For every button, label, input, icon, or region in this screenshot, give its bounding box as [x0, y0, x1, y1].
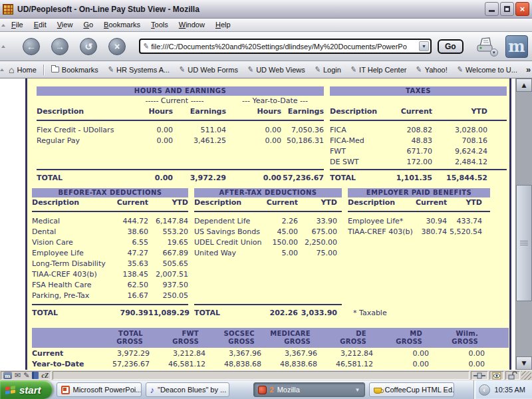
column-header-row: Description Current YTD	[348, 198, 490, 208]
table-row: Vision Care 6.55 19.65	[32, 237, 188, 248]
before-tax-header: BEFORE-TAX DEDUCTIONS	[32, 188, 188, 198]
mozilla-icon	[258, 386, 267, 394]
navigation-toolbar: ← → ↺ × ✎ file:///C:/Documents%20and%20S…	[0, 32, 532, 61]
app-icon[interactable]	[3, 4, 13, 15]
table-row: Long-Term Disability 35.63 505.65	[32, 259, 188, 269]
bookmark-icon: ✎	[107, 65, 114, 73]
bookmark-folder-bookmarks[interactable]: Bookmarks	[47, 66, 103, 74]
restore-icon	[504, 6, 510, 12]
reload-button[interactable]: ↺	[80, 38, 97, 55]
bookmark-ud-web-views[interactable]: ✎ UD Web Views	[243, 66, 310, 74]
taskbar-button-mozilla[interactable]: 2 Mozilla ▼	[253, 382, 365, 397]
go-button[interactable]: Go	[438, 39, 464, 54]
stop-button[interactable]: ×	[108, 38, 126, 55]
toolbar-separator	[43, 65, 45, 75]
mail-icon[interactable]: ✉	[15, 372, 21, 379]
music-note-icon: ♪	[150, 385, 155, 395]
taskbar-group-arrow-icon[interactable]: ▼	[355, 387, 360, 393]
divider	[194, 304, 342, 305]
menu-window[interactable]: Window	[174, 19, 210, 31]
gross-column-header: Wilm.GROSS	[429, 328, 485, 348]
taskbar: start Microsoft PowerPoi... ♪ "Deacon Bl…	[0, 380, 532, 399]
gross-column-header: MEDICAREGROSS	[261, 328, 317, 348]
menu-go[interactable]: Go	[78, 19, 98, 31]
chatzilla-icon[interactable]: cZ	[41, 372, 49, 379]
current-group-label: ----- Current -----	[123, 96, 226, 106]
taskbar-button-coffeecup[interactable]: CoffeeCup HTML Ed...	[369, 382, 454, 397]
navigator-icon[interactable]: m	[3, 372, 12, 379]
divider	[37, 120, 324, 121]
column-header-row: Description Current YTD	[194, 198, 342, 208]
gross-summary-table: TOTALGROSS FWTGROSS SOCSECGROSS MEDICARE…	[32, 328, 509, 370]
bookmark-hr-systems[interactable]: ✎ HR Systems A...	[103, 66, 174, 74]
minimize-icon	[489, 7, 495, 12]
hours-earnings-table: HOURS AND EARNINGS ----- Current ----- -…	[37, 86, 324, 184]
taskbar-button-media[interactable]: ♪ "Deacon Blues" by ...	[146, 382, 229, 397]
bookmark-ud-web-forms[interactable]: ✎ UD Web Forms	[174, 66, 243, 74]
table-row: UDEL Credit Union 150.00 2,250.00	[194, 237, 342, 248]
hours-earnings-header: HOURS AND EARNINGS	[37, 86, 324, 96]
url-dropdown-arrow-icon[interactable]: ▼	[419, 41, 429, 51]
security-indicator[interactable]	[505, 371, 520, 380]
scroll-down-button[interactable]: ▼	[516, 356, 532, 370]
ytd-group-label: --- Year-to-Date ---	[226, 96, 324, 106]
divider	[37, 169, 324, 170]
minimize-button[interactable]	[485, 2, 499, 16]
page-info-indicator[interactable]	[489, 371, 504, 380]
column-header-row: Description Hours Earnings Hours Earning…	[37, 106, 324, 117]
bookmark-yahoo[interactable]: ✎ Yahoo!	[411, 66, 452, 74]
mozilla-logo[interactable]: m	[505, 35, 528, 58]
composer-icon[interactable]: ✎	[23, 372, 29, 379]
url-text[interactable]: file:///C:/Documents%20and%20Settings/dl…	[151, 43, 417, 51]
forward-button[interactable]: →	[51, 38, 68, 55]
menu-file[interactable]: File	[6, 19, 29, 31]
restore-button[interactable]	[500, 2, 514, 16]
print-button[interactable]: ▼	[474, 37, 497, 57]
table-row: Employee Life 47.27 667.89	[32, 248, 188, 259]
scroll-up-button[interactable]: ▲	[516, 78, 532, 92]
bookmark-icon: ✎	[178, 65, 186, 73]
toolbar-grippy[interactable]	[0, 19, 6, 31]
earnings-and-taxes-section: HOURS AND EARNINGS ----- Current ----- -…	[37, 86, 509, 184]
bookmark-login[interactable]: ✎ Login	[310, 66, 346, 74]
after-tax-header: AFTER-TAX DEDUCTIONS	[194, 188, 342, 198]
close-button[interactable]: ×	[515, 2, 529, 16]
bookmark-icon: ✎	[247, 65, 254, 73]
back-button[interactable]: ←	[23, 38, 40, 55]
address-book-icon[interactable]	[32, 372, 39, 379]
taskbar-button-powerpoint[interactable]: Microsoft PowerPoi...	[57, 382, 142, 397]
scrollbar-thumb[interactable]	[516, 185, 532, 301]
taxes-table: TAXES Description Current YTD FICA 208.8…	[330, 86, 507, 184]
url-bar[interactable]: ✎ file:///C:/Documents%20and%20Settings/…	[139, 39, 432, 54]
table-row: FWT 671.70 9,624.24	[330, 146, 507, 157]
print-dropdown-icon[interactable]: ▼	[490, 49, 498, 57]
bookmark-it-help-center[interactable]: ✎ IT Help Center	[346, 66, 412, 74]
bookmark-welcome[interactable]: ✎ Welcome to U...	[452, 66, 522, 74]
before-tax-deductions-table: BEFORE-TAX DEDUCTIONS Description Curren…	[32, 188, 188, 319]
start-button[interactable]: start	[0, 380, 53, 399]
menu-tools[interactable]: Tools	[146, 19, 174, 31]
component-bar-toggle[interactable]	[471, 371, 488, 380]
menu-help[interactable]: Help	[210, 19, 236, 31]
system-tray: ‹ 10:35 AM	[473, 380, 532, 399]
hide-inactive-icons-button[interactable]: ‹	[479, 384, 490, 396]
menu-edit[interactable]: Edit	[29, 19, 52, 31]
column-header-row: Description Current YTD	[330, 106, 507, 117]
menu-bookmarks[interactable]: Bookmarks	[98, 19, 146, 31]
window-resize-grip[interactable]	[521, 371, 531, 380]
vertical-scrollbar[interactable]: ▲ ▼	[515, 78, 532, 370]
table-row: FICA-Med 48.83 708.16	[330, 136, 507, 146]
page-left-margin	[0, 78, 25, 370]
windows-flag-icon	[5, 385, 15, 394]
bookmark-quill-icon: ✎	[142, 42, 150, 50]
browser-content: HOURS AND EARNINGS ----- Current ----- -…	[0, 78, 532, 370]
table-row: United Way 5.00 75.00	[194, 248, 342, 259]
table-row: Employee Life* 30.94 433.74	[348, 216, 490, 227]
menu-view[interactable]: View	[52, 19, 78, 31]
bookmarks-overflow-chevron[interactable]: »	[522, 65, 532, 74]
bookmark-home[interactable]: ⌂ Home	[4, 65, 41, 74]
scrollbar-track[interactable]	[516, 92, 532, 356]
column-group-row: ----- Current ----- --- Year-to-Date ---	[37, 96, 324, 106]
toolbar-grippy[interactable]	[0, 32, 6, 61]
gross-header-row: TOTALGROSS FWTGROSS SOCSECGROSS MEDICARE…	[32, 328, 509, 348]
